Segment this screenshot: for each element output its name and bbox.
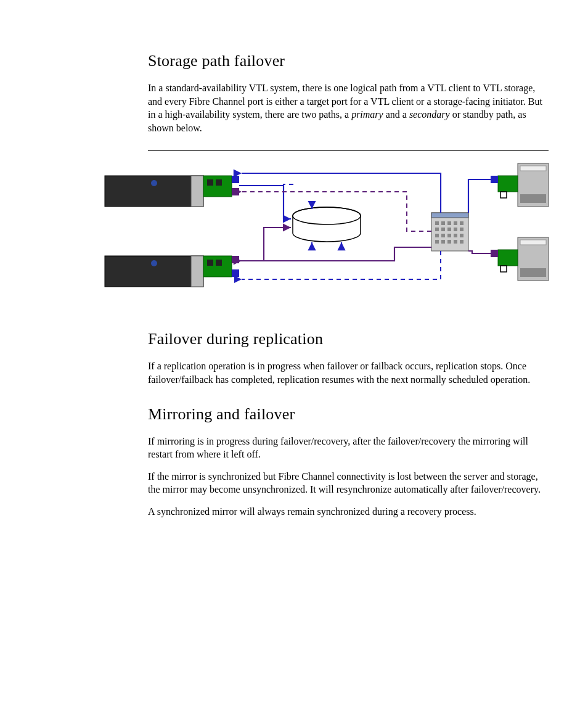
- svg-rect-50: [491, 250, 498, 257]
- failover-diagram-svg: [99, 157, 555, 305]
- svg-rect-48: [520, 268, 546, 277]
- storage-cylinder-icon: [293, 207, 361, 242]
- svg-rect-49: [498, 250, 518, 266]
- svg-rect-10: [441, 228, 445, 231]
- svg-rect-4: [435, 221, 439, 225]
- svg-rect-5: [441, 221, 445, 225]
- svg-rect-20: [441, 240, 445, 244]
- svg-rect-15: [441, 234, 445, 237]
- svg-rect-38: [232, 269, 239, 277]
- svg-rect-3: [431, 213, 468, 218]
- svg-rect-23: [460, 240, 463, 244]
- svg-point-39: [151, 260, 157, 266]
- svg-rect-34: [203, 256, 232, 277]
- svg-point-31: [151, 180, 157, 186]
- fc-switch-icon: [431, 213, 468, 251]
- svg-rect-18: [460, 234, 463, 237]
- svg-rect-33: [191, 256, 203, 287]
- svg-rect-11: [447, 228, 451, 231]
- svg-rect-21: [447, 240, 451, 244]
- heading-storage-path-failover: Storage path failover: [148, 52, 549, 70]
- svg-rect-42: [520, 194, 546, 203]
- svg-rect-41: [520, 166, 546, 171]
- svg-rect-28: [216, 179, 222, 186]
- vtl-server-primary-icon: [105, 176, 239, 207]
- text-emphasis-secondary: secondary: [409, 109, 450, 120]
- section-mirroring-failover: Mirroring and failover If mirroring is i…: [148, 405, 549, 519]
- svg-rect-13: [460, 228, 463, 231]
- section-divider: [148, 150, 549, 151]
- heading-mirroring-and-failover: Mirroring and failover: [148, 405, 549, 424]
- svg-rect-45: [500, 192, 507, 198]
- paragraph-s3-1: If mirroring is in progress during failo…: [148, 435, 549, 461]
- svg-rect-36: [216, 260, 222, 266]
- svg-rect-8: [460, 221, 463, 225]
- failover-diagram: [99, 157, 555, 305]
- svg-rect-19: [435, 240, 439, 244]
- text-emphasis-primary: primary: [351, 109, 383, 120]
- svg-rect-47: [520, 240, 546, 245]
- document-page: Storage path failover In a standard-avai…: [0, 0, 588, 706]
- svg-rect-29: [232, 176, 239, 183]
- svg-rect-16: [447, 234, 451, 237]
- svg-rect-51: [500, 266, 507, 272]
- svg-rect-22: [454, 240, 457, 244]
- vtl-server-secondary-icon: [105, 256, 239, 287]
- svg-rect-12: [454, 228, 457, 231]
- paragraph-s2-1: If a replication operation is in progres…: [148, 359, 549, 386]
- svg-rect-35: [207, 260, 213, 266]
- section-failover-replication: Failover during replication If a replica…: [148, 330, 549, 386]
- paragraph-s1-intro: In a standard-availability VTL system, t…: [148, 81, 549, 134]
- paragraph-s3-2: If the mirror is synchronized but Fibre …: [148, 470, 549, 496]
- svg-rect-6: [447, 221, 451, 225]
- svg-rect-26: [203, 176, 232, 197]
- svg-rect-30: [232, 188, 239, 195]
- svg-rect-44: [491, 176, 498, 183]
- svg-rect-7: [454, 221, 457, 225]
- text-run: and a: [386, 109, 409, 120]
- svg-rect-17: [454, 234, 457, 237]
- svg-rect-2: [431, 213, 468, 251]
- svg-rect-9: [435, 228, 439, 231]
- svg-rect-25: [191, 176, 203, 207]
- client-bottom-icon: [491, 237, 549, 281]
- svg-rect-14: [435, 234, 439, 237]
- paragraph-s3-3: A synchronized mirror will always remain…: [148, 505, 549, 519]
- heading-failover-during-replication: Failover during replication: [148, 330, 549, 348]
- client-top-icon: [491, 163, 549, 207]
- svg-rect-43: [498, 176, 518, 192]
- svg-rect-37: [232, 256, 239, 263]
- svg-rect-27: [207, 179, 213, 186]
